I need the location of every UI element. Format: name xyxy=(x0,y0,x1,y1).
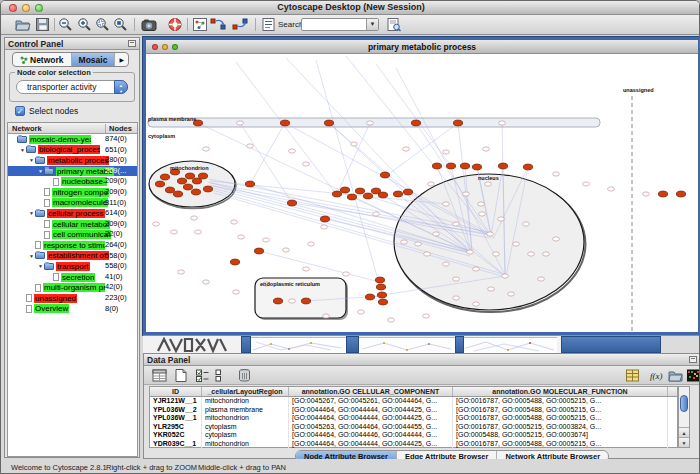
table-cell[interactable]: plasma membrane xyxy=(202,406,289,415)
tree-row[interactable]: ▼establishment of lo558(0) xyxy=(8,251,137,262)
node-color-dropdown[interactable]: transporter activity ▲▼ xyxy=(16,80,128,94)
tree-row[interactable]: mosaic-demo-yeast874(0) xyxy=(8,134,137,145)
frame-close-button[interactable] xyxy=(152,44,158,50)
table-cell[interactable]: [GO:0016787, GO:0005215, GO:0003824, G..… xyxy=(453,423,668,432)
table-cell[interactable]: mitochondrion xyxy=(202,440,289,449)
table-column-header[interactable]: ID xyxy=(150,387,202,396)
tree-row[interactable]: macromolecule311(0) xyxy=(8,198,137,209)
tree-expand-icon[interactable]: ▼ xyxy=(28,253,35,259)
table-cell[interactable]: [GO:0044464, GO:0044444, GO:0044425, G..… xyxy=(289,406,453,415)
frame-minimize-button[interactable] xyxy=(162,44,168,50)
table-cell[interactable]: mitochondrion xyxy=(202,397,289,406)
background-window-edge[interactable] xyxy=(561,336,661,353)
table-scrollbar[interactable]: ▲ ▼ xyxy=(678,386,690,448)
tree-row[interactable]: cell communicat22(0) xyxy=(8,229,137,240)
background-window-edge[interactable] xyxy=(241,336,251,353)
select-nodes-checkbox[interactable]: ✓ xyxy=(15,106,25,116)
function-builder-icon[interactable]: f(x) xyxy=(649,368,664,383)
search-input[interactable]: ▼ xyxy=(301,18,379,31)
table-cell[interactable]: YLR295C xyxy=(150,423,202,432)
tree-row[interactable]: nucleobase-209(0) xyxy=(8,176,137,187)
network-canvas[interactable]: plasma membranecytoplasmmitochondrionnuc… xyxy=(146,54,698,335)
table-cell[interactable]: [GO:0044464, GO:0044444, GO:0044425, G..… xyxy=(289,414,453,423)
background-network-sketch[interactable] xyxy=(359,337,455,353)
tree-row[interactable]: multi-organism pro42(0) xyxy=(8,282,137,293)
tree-expand-icon[interactable]: ▼ xyxy=(37,168,44,174)
tree-expand-icon[interactable]: ▼ xyxy=(28,157,35,163)
layout-rotate-icon[interactable] xyxy=(232,17,248,32)
tree-expand-icon[interactable]: ▼ xyxy=(19,147,26,153)
select-all-attributes-icon[interactable] xyxy=(195,368,210,383)
table-cell[interactable]: YPL036W__2 xyxy=(150,406,202,415)
tree-row[interactable]: nitrogen compo209(0) xyxy=(8,187,137,198)
table-row[interactable]: YPL036W__1mitochondrion[GO:0044464, GO:0… xyxy=(150,414,677,423)
layout-scale-icon[interactable] xyxy=(210,17,226,32)
tree-row[interactable]: unassigned223(0) xyxy=(8,293,137,304)
create-attribute-icon[interactable] xyxy=(173,368,188,383)
table-cell[interactable]: [GO:0005488, GO:0005215, GO:0003674] xyxy=(453,431,668,440)
snapshot-camera-icon[interactable] xyxy=(141,17,157,32)
save-session-icon[interactable] xyxy=(35,17,51,32)
table-cell[interactable]: [GO:0016787, GO:0005488, GO:0005215, G..… xyxy=(453,406,668,415)
attribute-table[interactable]: ID_cellularLayoutRegionannotation.GO CEL… xyxy=(149,386,678,448)
table-cell[interactable]: [GO:0016787, GO:0005488, GO:0005215, G..… xyxy=(453,397,668,406)
table-row[interactable]: YPL036W__2plasma membrane[GO:0044464, GO… xyxy=(150,406,677,415)
help-lifering-icon[interactable] xyxy=(167,17,183,32)
matrix-view-icon[interactable] xyxy=(686,368,700,383)
network-overview-icon[interactable] xyxy=(192,17,208,32)
table-column-header[interactable]: annotation.GO CELLULAR_COMPONENT xyxy=(289,387,453,396)
scroll-up-icon[interactable]: ▲ xyxy=(679,427,689,437)
table-cell[interactable]: [GO:0045263, GO:0044464, GO:0044455, G..… xyxy=(289,423,453,432)
unselect-all-attributes-icon[interactable] xyxy=(214,368,229,383)
table-column-header[interactable]: _cellularLayoutRegion xyxy=(202,387,289,396)
table-cell[interactable]: YJR121W__1 xyxy=(150,397,202,406)
table-cell[interactable]: [GO:0044464, GO:0044444, GO:0044425, G..… xyxy=(289,440,453,449)
table-cell[interactable]: [GO:0044464, GO:0044446, GO:0044444, G..… xyxy=(289,431,453,440)
dropdown-stepper-icon[interactable]: ▲▼ xyxy=(114,80,128,94)
attribute-batch-editor-icon[interactable] xyxy=(625,368,640,383)
open-session-icon[interactable] xyxy=(15,17,31,32)
float-panel-icon[interactable] xyxy=(689,356,697,363)
tab-network[interactable]: Network xyxy=(13,53,72,66)
background-window-edge[interactable] xyxy=(346,336,359,353)
tree-row[interactable]: ▼primary metabo209(... xyxy=(8,166,137,177)
table-column-header[interactable]: annotation.GO MOLECULAR_FUNCTION xyxy=(453,387,668,396)
zoom-fit-icon[interactable] xyxy=(113,17,129,32)
float-panel-icon[interactable] xyxy=(128,40,136,47)
search-options-icon[interactable] xyxy=(386,17,402,32)
table-cell[interactable]: mitochondrion xyxy=(202,414,289,423)
tree-row[interactable]: ▼cellular process614(0) xyxy=(8,208,137,219)
zoom-in-icon[interactable] xyxy=(77,17,93,32)
table-cell[interactable]: YKR052C xyxy=(150,431,202,440)
tab-overflow-arrow-icon[interactable]: ▶ xyxy=(115,53,128,66)
background-network-sketch[interactable] xyxy=(464,337,557,353)
scroll-down-icon[interactable]: ▼ xyxy=(679,437,689,447)
tree-row[interactable]: response to stimulu264(0) xyxy=(8,240,137,251)
frame-zoom-button[interactable] xyxy=(172,44,178,50)
table-cell[interactable]: [GO:0016787, GO:0005488, GO:0005215, G..… xyxy=(453,414,668,423)
tree-row[interactable]: ▼metabolic process280(0) xyxy=(8,155,137,166)
tree-row[interactable]: cellular metabol209(0) xyxy=(8,219,137,230)
table-cell[interactable]: YDR039C__1 xyxy=(150,440,202,449)
select-attributes-icon[interactable] xyxy=(152,368,167,383)
tree-row[interactable]: ▼transport558(0) xyxy=(8,261,137,272)
zoom-selected-icon[interactable] xyxy=(95,17,111,32)
table-cell[interactable]: YPL036W__1 xyxy=(150,414,202,423)
background-window-edge[interactable] xyxy=(455,336,464,353)
tree-expand-icon[interactable]: ▼ xyxy=(28,210,35,216)
table-cell[interactable]: [GO:0045267, GO:0045261, GO:0044464, G..… xyxy=(289,397,453,406)
tree-row[interactable]: ▼biological_process651(0) xyxy=(8,145,137,156)
tree-expand-icon[interactable]: ▼ xyxy=(37,263,44,269)
tree-row[interactable]: Overview8(0) xyxy=(8,304,137,315)
annotations-icon[interactable] xyxy=(261,17,277,32)
table-row[interactable]: YLR295Ccytoplasm[GO:0045263, GO:0044464,… xyxy=(150,423,677,432)
tab-mosaic[interactable]: Mosaic xyxy=(72,53,116,66)
background-network-sketch[interactable] xyxy=(251,337,346,353)
table-row[interactable]: YJR121W__1mitochondrion[GO:0045267, GO:0… xyxy=(150,397,677,406)
import-attributes-icon[interactable] xyxy=(668,368,683,383)
table-row[interactable]: YKR052Ccytoplasm[GO:0044464, GO:0044446,… xyxy=(150,431,677,440)
table-row[interactable]: YDR039C__1mitochondrion[GO:0044464, GO:0… xyxy=(150,440,677,449)
table-cell[interactable]: cytoplasm xyxy=(202,423,289,432)
search-dropdown-arrow-icon[interactable]: ▼ xyxy=(366,19,378,30)
table-cell[interactable]: [GO:0016787, GO:0005488, GO:0005215, G..… xyxy=(453,440,668,449)
